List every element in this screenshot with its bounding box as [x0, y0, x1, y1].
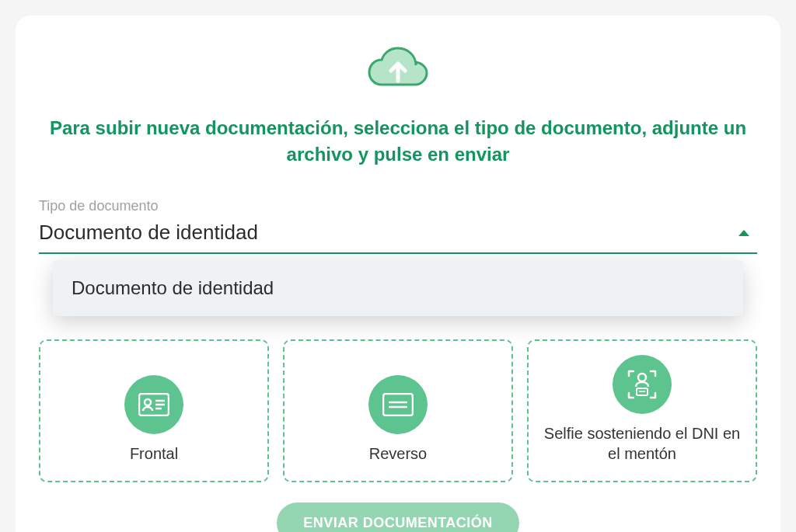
upload-slot-back[interactable]: Reverso: [283, 339, 513, 482]
id-back-icon: [368, 375, 428, 434]
cloud-upload-icon: [39, 47, 757, 92]
document-type-dropdown: Documento de identidad: [53, 260, 743, 316]
submit-button[interactable]: ENVIAR DOCUMENTACIÓN: [277, 502, 519, 532]
upload-slot-label: Reverso: [369, 443, 427, 464]
svg-rect-5: [383, 394, 413, 416]
upload-documentation-card: Para subir nueva documentación, seleccio…: [16, 16, 780, 532]
id-front-icon: [124, 375, 183, 434]
upload-slot-label: Frontal: [130, 443, 178, 464]
selfie-id-icon: [613, 355, 672, 414]
dropdown-option-identity[interactable]: Documento de identidad: [53, 260, 743, 316]
upload-slot-label: Selfie sosteniendo el DNI en el mentón: [536, 423, 748, 464]
document-type-select[interactable]: Documento de identidad: [39, 217, 757, 254]
upload-slots-row: Frontal Reverso: [39, 339, 757, 482]
submit-row: ENVIAR DOCUMENTACIÓN: [39, 502, 757, 532]
instruction-text: Para subir nueva documentación, seleccio…: [48, 115, 748, 167]
document-type-value: Documento de identidad: [39, 221, 258, 245]
upload-slot-selfie[interactable]: Selfie sosteniendo el DNI en el mentón: [527, 339, 757, 482]
document-type-label: Tipo de documento: [39, 198, 757, 214]
chevron-up-icon: [738, 230, 749, 236]
upload-slot-front[interactable]: Frontal: [39, 339, 269, 482]
svg-point-8: [638, 374, 646, 381]
svg-point-1: [145, 399, 151, 405]
